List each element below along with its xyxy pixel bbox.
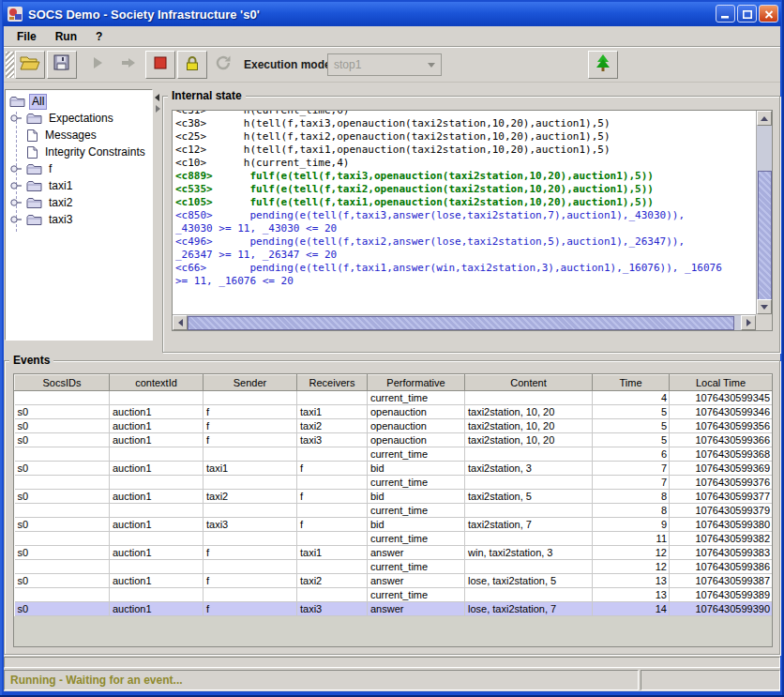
- horizontal-scrollbar-thumb[interactable]: [188, 316, 734, 330]
- refresh-button[interactable]: [209, 51, 239, 79]
- table-cell: bid: [368, 490, 465, 504]
- folder-icon: [26, 179, 42, 192]
- column-header-content[interactable]: Content: [465, 375, 593, 391]
- window-content: File Run ?: [4, 26, 780, 691]
- play-button[interactable]: [83, 51, 113, 79]
- scroll-down-button[interactable]: [757, 299, 772, 314]
- table-row[interactable]: s0auction1ftaxi1answerwin, taxi2station,…: [15, 546, 773, 560]
- table-cell: 12: [593, 546, 670, 560]
- table-row[interactable]: current_time111076430599382: [15, 532, 773, 546]
- table-row[interactable]: current_time71076430599376: [15, 476, 773, 490]
- table-row[interactable]: current_time121076430599386: [15, 560, 773, 574]
- state-line: <c535> fulf(e(tell(f,taxi2,openauction(t…: [175, 183, 756, 196]
- tree-item-all[interactable]: All: [7, 93, 151, 110]
- menu-run[interactable]: Run: [46, 28, 86, 45]
- table-row[interactable]: current_time131076430599389: [15, 588, 773, 602]
- table-cell: [465, 504, 593, 518]
- state-line: <c105> fulf(e(tell(f,taxi1,openauction(t…: [175, 196, 756, 209]
- collapse-left-icon[interactable]: [155, 94, 159, 101]
- tree-item-label: taxi3: [46, 213, 75, 227]
- table-cell: lose, taxi2station, 7: [465, 602, 593, 616]
- collapse-right-icon[interactable]: [156, 105, 160, 113]
- table-cell: answer: [368, 546, 465, 560]
- table-row[interactable]: current_time61076430599368: [15, 447, 773, 462]
- table-row[interactable]: current_time41076430599345: [15, 391, 773, 405]
- table-cell: answer: [368, 574, 465, 588]
- table-cell: [465, 447, 593, 462]
- expand-handle-icon[interactable]: [9, 163, 26, 174]
- table-cell: s0: [15, 405, 110, 419]
- column-header-socsids[interactable]: SocsIDs: [15, 375, 110, 391]
- society-button[interactable]: [588, 51, 618, 79]
- table-cell: taxi1: [297, 546, 368, 560]
- status-message: Running - Waiting for an event...: [10, 674, 183, 687]
- state-line: _43030 >= 11, _43030 <= 20: [175, 222, 756, 235]
- tree-item-label: Expectations: [46, 112, 116, 126]
- document-icon: [26, 145, 38, 159]
- column-header-time[interactable]: Time: [593, 375, 670, 391]
- tree-item-f[interactable]: f: [7, 160, 151, 177]
- scroll-left-button[interactable]: [173, 315, 188, 330]
- table-cell: f: [297, 462, 368, 476]
- minimize-button[interactable]: [716, 5, 735, 23]
- execution-mode-select[interactable]: stop1: [327, 53, 442, 76]
- stop-button[interactable]: [145, 51, 175, 79]
- tree-item-taxi2[interactable]: taxi2: [7, 194, 151, 211]
- expand-handle-icon[interactable]: [9, 180, 26, 191]
- scroll-right-button[interactable]: [741, 315, 756, 330]
- column-header-sender[interactable]: Sender: [204, 375, 297, 391]
- lock-button[interactable]: [177, 51, 207, 79]
- table-row[interactable]: current_time81076430599379: [15, 504, 773, 518]
- table-row[interactable]: s0auction1ftaxi3openauctiontaxi2station,…: [15, 433, 773, 447]
- table-cell: answer: [368, 602, 465, 616]
- table-row[interactable]: s0auction1ftaxi2answerlose, taxi2station…: [15, 574, 773, 588]
- table-cell: 5: [593, 433, 670, 447]
- vertical-scrollbar[interactable]: [756, 111, 772, 314]
- tree-item-taxi1[interactable]: taxi1: [7, 177, 151, 194]
- menu-help[interactable]: ?: [86, 28, 112, 45]
- table-cell: f: [204, 574, 297, 588]
- horizontal-scrollbar[interactable]: [173, 314, 756, 330]
- table-cell: auction1: [110, 462, 204, 476]
- table-row[interactable]: s0auction1taxi1fbidtaxi2station, 3710764…: [15, 462, 773, 476]
- table-cell: s0: [15, 518, 110, 532]
- vertical-scrollbar-thumb[interactable]: [758, 171, 772, 300]
- combo-arrow-button[interactable]: [422, 54, 441, 75]
- table-cell: 14: [593, 602, 670, 616]
- column-header-contextid[interactable]: contextId: [110, 375, 204, 391]
- table-cell: 1076430599369: [670, 462, 773, 476]
- step-button[interactable]: [113, 51, 143, 79]
- status-strip: [4, 657, 780, 668]
- expand-handle-icon[interactable]: [9, 113, 26, 124]
- scroll-up-button[interactable]: [757, 111, 772, 126]
- maximize-button[interactable]: [737, 5, 757, 23]
- arrow-up-icon: [761, 116, 768, 121]
- tree-item-messages[interactable]: Messages: [7, 127, 151, 144]
- column-header-receivers[interactable]: Receivers: [297, 375, 368, 391]
- table-row[interactable]: s0auction1ftaxi1openauctiontaxi2station,…: [15, 405, 773, 419]
- tree-item-taxi3[interactable]: taxi3: [7, 211, 151, 228]
- table-row[interactable]: s0auction1taxi2fbidtaxi2station, 5810764…: [15, 490, 773, 504]
- toolbar-drag-handle[interactable]: [6, 52, 14, 78]
- table-row[interactable]: s0auction1taxi3fbidtaxi2station, 7910764…: [15, 518, 773, 532]
- table-cell: current_time: [368, 504, 465, 518]
- close-button[interactable]: [759, 5, 778, 23]
- column-header-performative[interactable]: Performative: [368, 375, 465, 391]
- save-button[interactable]: [47, 51, 77, 79]
- table-cell: s0: [15, 419, 110, 433]
- tree-item-integrity-constraints[interactable]: Integrity Constraints: [7, 144, 151, 160]
- table-row[interactable]: s0auction1ftaxi3answerlose, taxi2station…: [15, 602, 773, 616]
- open-button[interactable]: [15, 51, 45, 79]
- expand-handle-icon[interactable]: [9, 197, 26, 208]
- events-panel: Events SocsIDscontextIdSenderReceiversPe…: [4, 354, 780, 655]
- table-row[interactable]: s0auction1ftaxi2openauctiontaxi2station,…: [15, 419, 773, 433]
- column-header-local-time[interactable]: Local Time: [670, 375, 773, 391]
- split-divider[interactable]: [153, 89, 162, 341]
- state-line: <c66> pending(e(tell(f,taxi1,answer(win,…: [175, 262, 756, 275]
- state-line: <c31> h(current_time,6): [175, 111, 756, 117]
- expand-handle-icon[interactable]: [9, 214, 26, 225]
- menu-file[interactable]: File: [8, 28, 46, 45]
- table-cell: [15, 447, 110, 462]
- table-cell: taxi3: [297, 602, 368, 616]
- tree-item-expectations[interactable]: Expectations: [7, 110, 151, 127]
